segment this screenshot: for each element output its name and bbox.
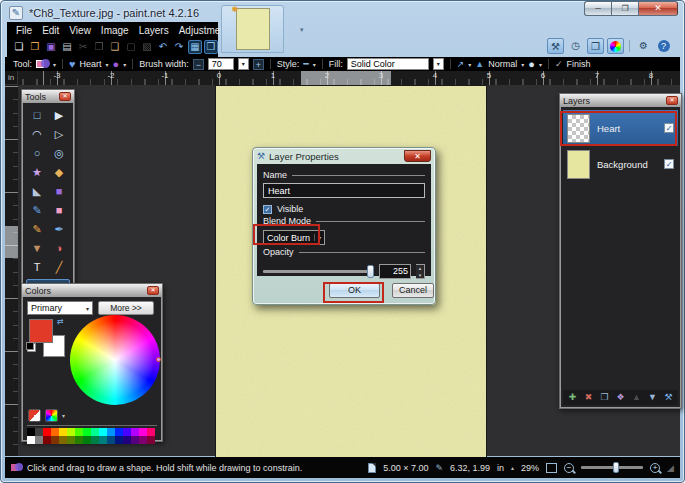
magic-wand-tool[interactable]: ★ — [26, 163, 48, 182]
colors-panel-toggle[interactable] — [607, 38, 624, 54]
move-layer-down-button[interactable]: ▼ — [646, 391, 659, 404]
shapes-tool-icon[interactable] — [36, 59, 49, 70]
color-swatch[interactable] — [139, 428, 147, 436]
color-swatch[interactable] — [35, 428, 43, 436]
more-options-button[interactable]: More >> — [98, 301, 154, 315]
ellipse-select-tool[interactable]: ○ — [26, 144, 48, 163]
zoom-out-icon[interactable]: − — [564, 463, 574, 473]
color-swatch[interactable] — [27, 428, 35, 436]
open-file-button[interactable]: ❒ — [28, 40, 42, 54]
finish-label[interactable]: Finish — [566, 59, 590, 69]
palette-chevron-icon[interactable]: ▾ — [62, 412, 65, 419]
add-layer-button[interactable]: ✚ — [566, 391, 579, 404]
redo-button[interactable]: ↷ — [172, 40, 186, 54]
color-swatch[interactable] — [139, 436, 147, 444]
opacity-slider[interactable] — [263, 270, 374, 273]
color-picker-tool[interactable]: ✒ — [48, 220, 70, 239]
layer-row-background[interactable]: Background ✓ — [563, 146, 678, 182]
heart-icon[interactable]: ♥ — [69, 58, 76, 70]
gradient-chevron-icon[interactable]: ▾ — [468, 61, 471, 68]
color-swatch[interactable] — [99, 436, 107, 444]
blend-chevron-icon[interactable]: ▾ — [539, 61, 542, 68]
text-tool[interactable]: T — [26, 258, 48, 277]
delete-layer-button[interactable]: ✖ — [582, 391, 595, 404]
color-swatch[interactable] — [59, 436, 67, 444]
menu-item[interactable]: Layers — [134, 25, 174, 36]
layer-visible-checkbox[interactable]: ✓ — [664, 159, 674, 169]
zoom-tool[interactable]: ◎ — [48, 144, 70, 163]
visible-checkbox[interactable]: ✓ — [263, 205, 272, 214]
fit-to-window-icon[interactable] — [546, 463, 557, 473]
color-swatch[interactable] — [107, 428, 115, 436]
gradient-arrow-icon[interactable]: ↗ — [457, 59, 465, 69]
crop-button[interactable]: ▢ — [124, 40, 138, 54]
brush-width-input[interactable]: 70 — [208, 58, 234, 70]
color-wheel[interactable] — [70, 315, 160, 405]
recolor-tool[interactable]: ◑ — [48, 239, 70, 258]
tools-panel-close-icon[interactable]: ✕ — [59, 92, 71, 101]
image-list-chevron-icon[interactable]: ▾ — [300, 26, 304, 34]
color-swatch[interactable] — [75, 428, 83, 436]
color-swatch[interactable] — [67, 436, 75, 444]
color-swatch[interactable] — [75, 436, 83, 444]
color-swatch[interactable] — [27, 436, 35, 444]
brush-width-chevron-icon[interactable]: ▾ — [238, 58, 249, 70]
undo-button[interactable]: ↶ — [156, 40, 170, 54]
antialias-chevron-icon[interactable]: ▾ — [521, 61, 524, 68]
color-swatch[interactable] — [83, 428, 91, 436]
restore-button[interactable]: ❐ — [611, 1, 638, 16]
line-style-icon[interactable]: ━ — [303, 59, 308, 69]
color-swatch[interactable] — [147, 436, 155, 444]
layer-name-input[interactable]: Heart — [263, 183, 425, 198]
pencil-tool[interactable]: ✎ — [26, 220, 48, 239]
add-color-button[interactable] — [28, 409, 41, 422]
image-tab-active[interactable]: ✱ — [221, 5, 284, 53]
antialias-icon[interactable]: ▲ — [475, 59, 484, 69]
color-swatch[interactable] — [35, 436, 43, 444]
menu-item[interactable]: Image — [96, 25, 134, 36]
minimize-button[interactable]: ─ — [584, 1, 611, 16]
deselect-button[interactable]: ▧ — [140, 40, 154, 54]
new-file-button[interactable]: ❏ — [12, 40, 26, 54]
colors-panel-close-icon[interactable]: ✕ — [147, 286, 159, 295]
color-swatch[interactable] — [67, 428, 75, 436]
blend-mode-icon[interactable]: ● — [528, 58, 535, 70]
resize-grip-icon[interactable]: ◢ — [667, 463, 674, 473]
merge-layer-down-button[interactable]: ❖ — [614, 391, 627, 404]
brush-width-increase-button[interactable]: + — [253, 59, 264, 70]
unit-select[interactable]: in — [497, 463, 504, 473]
menu-item[interactable]: Edit — [37, 25, 64, 36]
lasso-select-tool[interactable]: ◠ — [26, 125, 48, 144]
menu-item[interactable]: View — [64, 25, 96, 36]
help-button[interactable]: ? — [655, 38, 672, 54]
move-selected-pixels-tool[interactable]: ▶ — [48, 106, 70, 125]
finish-check-icon[interactable]: ✓ — [555, 59, 563, 69]
color-swatch[interactable] — [51, 436, 59, 444]
fill-select[interactable]: Solid Color — [347, 58, 429, 70]
palette-menu-button[interactable] — [45, 409, 58, 422]
cut-button[interactable]: ✂ — [76, 40, 90, 54]
paste-button[interactable]: ❑ — [108, 40, 122, 54]
tool-chevron-icon[interactable]: ▾ — [53, 61, 56, 68]
tools-panel-toggle[interactable]: ⚒ — [547, 38, 564, 54]
brush-width-decrease-button[interactable]: − — [193, 59, 204, 70]
style-chevron-icon[interactable]: ▾ — [313, 61, 316, 68]
rectangle-select-tool[interactable]: □ — [26, 106, 48, 125]
zoom-in-icon[interactable]: + — [650, 463, 660, 473]
move-layer-up-button[interactable]: ▲ — [630, 391, 643, 404]
eraser-tool[interactable]: ■ — [48, 201, 70, 220]
unit-chevron-icon[interactable]: ▴ — [511, 464, 514, 471]
paint-bucket-tool[interactable]: ◣ — [26, 182, 48, 201]
color-swatch[interactable] — [115, 436, 123, 444]
shape-style-chevron-icon[interactable]: ▾ — [123, 61, 126, 68]
history-panel-toggle[interactable]: ◷ — [567, 38, 584, 54]
color-swatch[interactable] — [99, 428, 107, 436]
rulers-toggle[interactable]: ❒ — [204, 40, 218, 54]
swap-colors-icon[interactable]: ⇄ — [57, 317, 64, 326]
zoom-slider[interactable] — [581, 466, 643, 469]
color-swatch[interactable] — [107, 436, 115, 444]
color-swatch[interactable] — [131, 428, 139, 436]
color-swatch[interactable] — [115, 428, 123, 436]
layers-panel-close-icon[interactable]: ✕ — [666, 96, 678, 105]
color-swatch[interactable] — [83, 436, 91, 444]
